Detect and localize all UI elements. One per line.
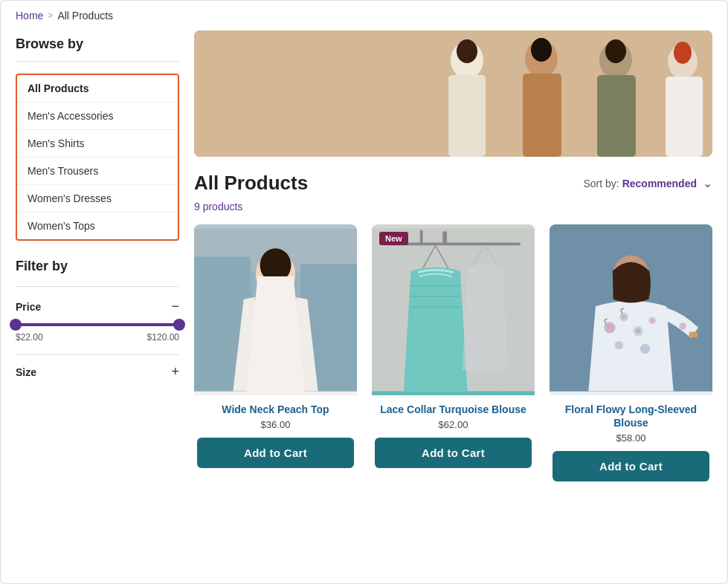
svg-rect-26 [410, 285, 460, 287]
price-max-label: $120.00 [147, 332, 179, 343]
price-slider-track[interactable] [16, 323, 179, 326]
browse-by-title: Browse by [16, 30, 179, 52]
sidebar: Browse by All Products Men's Accessories… [16, 30, 179, 568]
product-card-1: Wide Neck Peach Top $36.00 Add to Cart [194, 224, 357, 487]
svg-point-19 [265, 302, 286, 308]
product-img-svg-2 [372, 224, 535, 395]
svg-point-38 [636, 328, 641, 334]
price-slider-thumb-max[interactable] [173, 319, 185, 331]
product-info-2: Lace Collar Turquoise Blouse $62.00 Add … [372, 395, 535, 474]
sidebar-item-womens-dresses[interactable]: Women's Dresses [17, 185, 178, 212]
svg-rect-25 [420, 230, 423, 245]
product-image-3[interactable] [550, 224, 712, 395]
products-header: All Products Sort by: Recommended ⌄ [194, 172, 712, 195]
category-nav: All Products Men's Accessories Men's Shi… [16, 74, 179, 241]
product-info-1: Wide Neck Peach Top $36.00 Add to Cart [194, 395, 357, 474]
main-layout: Browse by All Products Men's Accessories… [1, 30, 727, 583]
svg-rect-27 [410, 296, 460, 297]
svg-rect-15 [251, 271, 300, 392]
svg-point-12 [674, 42, 692, 64]
product-badge-2: New [379, 232, 408, 245]
svg-point-34 [607, 325, 613, 331]
product-price-1: $36.00 [197, 419, 354, 430]
svg-point-40 [651, 319, 654, 322]
size-filter-label: Size [16, 366, 36, 378]
page-container: Home > All Products Browse by All Produc… [0, 0, 728, 584]
product-price-3: $58.00 [553, 432, 709, 444]
size-filter-header[interactable]: Size + [16, 354, 179, 389]
product-img-svg-1 [194, 224, 357, 395]
sidebar-item-all-products[interactable]: All Products [17, 75, 178, 103]
sort-control[interactable]: Sort by: Recommended ⌄ [583, 176, 712, 190]
svg-point-42 [640, 344, 650, 354]
product-name-3: Floral Flowy Long-Sleeved Blouse [553, 403, 709, 429]
price-min-label: $22.00 [16, 332, 43, 343]
price-slider-thumb-min[interactable] [10, 319, 22, 331]
svg-point-9 [457, 39, 477, 63]
price-filter-header: Price − [16, 299, 179, 314]
sort-label: Sort by: [583, 178, 619, 189]
sidebar-item-mens-accessories[interactable]: Men's Accessories [17, 103, 178, 130]
product-image-1[interactable] [194, 224, 357, 395]
content-area: All Products Sort by: Recommended ⌄ 9 pr… [194, 30, 712, 568]
breadcrumb: Home > All Products [1, 1, 727, 30]
chevron-down-icon: ⌄ [703, 176, 712, 190]
product-name-1: Wide Neck Peach Top [197, 403, 354, 416]
svg-point-43 [679, 322, 686, 330]
product-name-2: Lace Collar Turquoise Blouse [375, 403, 532, 416]
products-title: All Products [194, 172, 308, 195]
product-grid: Wide Neck Peach Top $36.00 Add to Cart N… [194, 224, 712, 487]
add-to-cart-button-1[interactable]: Add to Cart [197, 438, 354, 468]
product-img-svg-3 [550, 224, 712, 395]
product-price-2: $62.00 [375, 419, 532, 430]
breadcrumb-home[interactable]: Home [16, 10, 43, 22]
svg-rect-8 [666, 77, 703, 157]
svg-rect-6 [597, 75, 636, 157]
banner [194, 30, 712, 157]
price-filter-label: Price [16, 301, 41, 313]
sidebar-item-womens-tops[interactable]: Women's Tops [17, 212, 178, 239]
price-collapse-button[interactable]: − [171, 299, 179, 314]
price-range-labels: $22.00 $120.00 [16, 332, 179, 343]
product-image-2[interactable]: New [372, 224, 535, 395]
svg-rect-22 [442, 231, 447, 245]
svg-rect-45 [689, 332, 698, 338]
filter-by-title: Filter by [16, 259, 179, 274]
breadcrumb-current: All Products [57, 10, 113, 22]
size-expand-button[interactable]: + [171, 364, 179, 380]
svg-rect-2 [448, 75, 486, 157]
price-slider-fill [16, 323, 179, 326]
svg-point-36 [622, 315, 626, 319]
sidebar-item-mens-trousers[interactable]: Men's Trousers [17, 158, 178, 185]
product-card-2: New [372, 224, 535, 487]
svg-point-41 [615, 341, 623, 349]
products-count: 9 products [194, 201, 712, 212]
sort-value: Recommended [622, 178, 697, 189]
svg-point-10 [531, 38, 552, 62]
add-to-cart-button-3[interactable]: Add to Cart [553, 451, 709, 481]
breadcrumb-separator: > [48, 10, 53, 21]
product-info-3: Floral Flowy Long-Sleeved Blouse $58.00 … [550, 395, 712, 487]
banner-image [194, 30, 712, 157]
add-to-cart-button-2[interactable]: Add to Cart [375, 438, 532, 468]
svg-point-11 [605, 39, 626, 63]
sidebar-item-mens-shirts[interactable]: Men's Shirts [17, 130, 178, 158]
svg-rect-28 [410, 306, 460, 308]
svg-rect-4 [523, 74, 561, 157]
product-card-3: Floral Flowy Long-Sleeved Blouse $58.00 … [550, 224, 712, 487]
svg-point-18 [260, 248, 291, 282]
